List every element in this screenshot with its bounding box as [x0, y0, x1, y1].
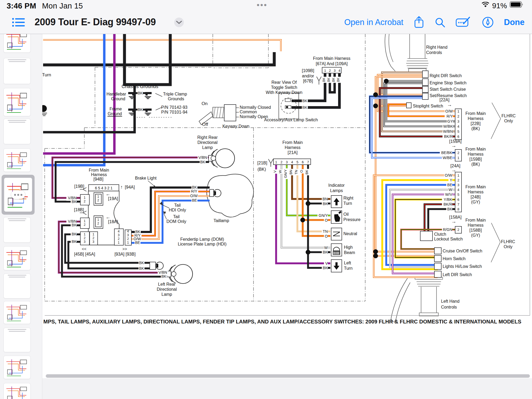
diagram-label: Lamp [161, 292, 172, 297]
search-button[interactable] [434, 17, 446, 28]
diagram-label: Directional [157, 287, 177, 292]
sidebar-thumbnail[interactable] [4, 88, 30, 116]
wire [124, 34, 170, 85]
diagram-label: Common [240, 110, 257, 114]
junction-dot [42, 105, 47, 112]
wire [43, 34, 104, 165]
diagram-label: 4 [457, 124, 459, 128]
sidebar-thumbnail[interactable] [4, 274, 30, 298]
diagram-label: 4 [127, 230, 129, 233]
diagram-label: → [451, 143, 456, 148]
open-in-acrobat-button[interactable]: Open in Acrobat [344, 18, 403, 27]
diagram-label: 1 [275, 160, 277, 164]
diagram-label: DOM Only [167, 219, 186, 224]
diagram-label: BE/BK [441, 151, 452, 155]
pen-tool-button[interactable] [482, 16, 494, 28]
horizontal-scrollbar[interactable] [46, 374, 530, 378]
diagram-label: 4 [457, 188, 459, 192]
connector-box [420, 231, 433, 241]
connector-box [422, 79, 428, 86]
share-button[interactable] [414, 16, 424, 29]
diagram-label: [94B] [93, 177, 103, 181]
diagram-detail [286, 106, 288, 108]
wire [43, 52, 274, 65]
diagram-label: BK [72, 223, 77, 227]
diagram-label: BK [327, 78, 331, 82]
diagram-detail [42, 113, 47, 116]
junction-dot [373, 253, 378, 258]
diagram-label: ↑ [120, 184, 123, 190]
diagram-label: From Main [466, 147, 486, 151]
wifi-icon [481, 2, 489, 10]
diagram-label: 2 [329, 69, 331, 73]
diagram-label: BK [323, 202, 328, 206]
diagram-label: 3 [84, 240, 86, 244]
diagram-label: Right DIR Switch [430, 73, 462, 78]
diagram-detail [236, 108, 239, 117]
connector-box [434, 248, 441, 254]
markup-button[interactable] [456, 16, 472, 28]
title-menu-button[interactable] [174, 18, 184, 27]
diagram-label: W [449, 188, 452, 192]
diagram-drawing [215, 149, 235, 168]
diagram-label: >> [122, 247, 127, 251]
sidebar-thumbnail[interactable] [4, 328, 30, 352]
diagram-label: V/BN [159, 270, 167, 275]
sidebar-thumbnail-selected[interactable] [2, 175, 35, 215]
diagram-label: 8 [457, 207, 459, 211]
junction-dot [306, 250, 310, 255]
sidebar-thumbnail[interactable] [4, 356, 30, 379]
diagram-label: BK [336, 78, 340, 82]
diagram-label: From Main [282, 140, 303, 145]
sidebar-thumbnail[interactable] [4, 217, 30, 242]
diagram-label: BK [323, 250, 328, 254]
diagram-label: Turn [42, 72, 51, 77]
diagram-label: BK [302, 105, 307, 110]
diagram-label: [67A] And [109A] [316, 61, 348, 66]
diagram-label: With Keyway Down [266, 90, 302, 95]
diagram-label: 4 [118, 230, 120, 233]
diagram-label: Chassis Grounds [122, 84, 158, 89]
diagram-label: R/GN [443, 227, 452, 232]
diagram-label: Y/BK [444, 197, 452, 202]
sidebar-thumbnail[interactable] [4, 383, 30, 399]
diagram-label: [19A] [108, 196, 118, 201]
ground-symbol [145, 109, 152, 115]
sidebar-thumbnail[interactable] [4, 58, 30, 84]
diagram-label: (BK) [471, 162, 480, 167]
diagram-label: (GY) [471, 200, 480, 204]
diagram-label: 2 [127, 237, 129, 241]
sidebar-thumbnail[interactable] [4, 119, 30, 144]
connector-box [224, 105, 236, 121]
diagram-label: W/BK [443, 124, 453, 128]
diagram-label: 2 [93, 236, 94, 240]
diagram-label: Normally Open [240, 114, 268, 119]
connector-box [434, 255, 441, 262]
pen-circle-icon [482, 16, 494, 28]
done-button[interactable]: Done [504, 18, 525, 27]
diagram-label: [21B] [257, 161, 267, 165]
diagram-label: Tail [173, 214, 180, 219]
diagram-label: 2 [97, 222, 99, 225]
diagram-label: [22A] [439, 98, 449, 102]
diagram-label: BK [72, 200, 77, 204]
multitask-indicator-icon: ••• [257, 1, 268, 10]
sidebar-thumbnail[interactable] [4, 34, 30, 52]
diagram-label: (BK) [471, 126, 480, 131]
document-title: 2009 Tour E- Diag 99497-09 [35, 16, 156, 28]
ground-symbol [145, 92, 152, 99]
sidebar-thumbnail[interactable] [4, 247, 30, 270]
junction-dot [300, 218, 305, 222]
diagram-label: 5 [296, 160, 298, 164]
table-of-contents-button[interactable] [12, 17, 25, 28]
diagram-label: (GY) [471, 233, 480, 238]
sidebar-thumbnail[interactable] [4, 301, 30, 324]
diagram-label: HDI Only [169, 208, 186, 212]
diagram-label: Left DIR Switch [443, 272, 472, 277]
diagram-label: 1 [118, 241, 120, 244]
diagram-label: BK [302, 99, 307, 103]
diagram-drawing [406, 59, 429, 68]
sidebar-thumbnail[interactable] [4, 149, 30, 172]
diagram-label: GY [447, 119, 453, 123]
page-options-button[interactable] [11, 190, 25, 199]
